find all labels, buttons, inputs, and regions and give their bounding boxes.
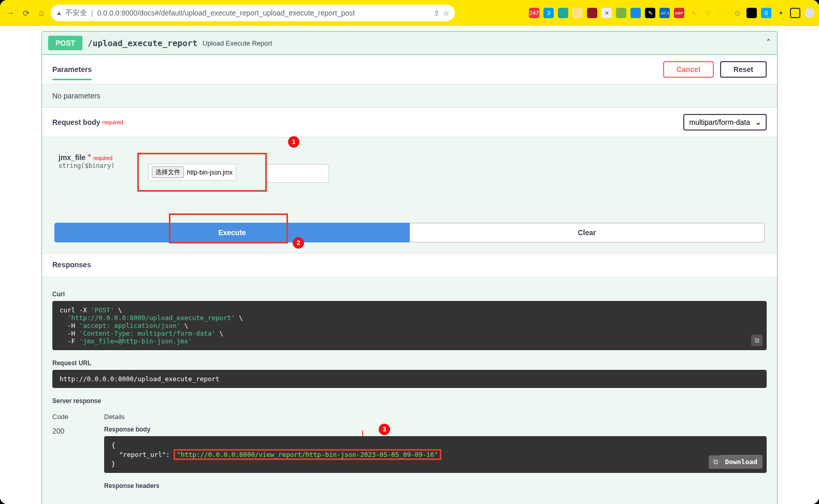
ext-icon[interactable]: 0 bbox=[761, 8, 771, 18]
callout-1: 1 bbox=[288, 136, 299, 148]
browser-toolbar: → ⟳ ⌂ ▲ 不安全 | 0.0.0.0:8000/docs#/default… bbox=[0, 0, 819, 26]
ext-icon[interactable]: V bbox=[717, 8, 728, 18]
ext-icon[interactable]: 3 bbox=[543, 8, 554, 18]
insecure-icon: ▲ bbox=[56, 9, 62, 17]
response-columns: Code Details bbox=[52, 413, 767, 421]
extension-icons: 247 3 ✕ ✎ -37.1 ABP ∿ ⬡ V ⏻ 0 ✦ bbox=[529, 8, 815, 18]
panel-icon[interactable] bbox=[790, 8, 800, 18]
parameters-bar: Parameters Cancel Reset bbox=[42, 55, 777, 84]
server-response-label: Server response bbox=[52, 397, 767, 405]
ext-icon[interactable] bbox=[587, 8, 597, 18]
extensions-icon[interactable]: ✦ bbox=[775, 8, 786, 18]
callout-3: 3 bbox=[379, 424, 390, 435]
method-badge: POST bbox=[48, 36, 82, 50]
ext-icon[interactable] bbox=[558, 8, 568, 18]
insecure-label: 不安全 bbox=[65, 8, 87, 18]
details-col-header: Details bbox=[104, 413, 125, 421]
no-parameters-label: No parameters bbox=[42, 84, 777, 107]
response-row: 200 Response body 3 { "report_url": "htt… bbox=[52, 426, 767, 493]
profile-avatar[interactable] bbox=[804, 8, 815, 18]
ext-icon[interactable]: ABP bbox=[674, 8, 684, 18]
ext-icon[interactable]: ✎ bbox=[645, 8, 655, 18]
responses-header: Responses bbox=[42, 253, 777, 276]
ext-icon[interactable]: 247 bbox=[529, 8, 539, 18]
operation-header[interactable]: POST /upload_execute_report Upload Execu… bbox=[42, 32, 777, 55]
ext-icon[interactable] bbox=[572, 8, 583, 18]
ext-icon[interactable]: ⏻ bbox=[732, 8, 742, 18]
curl-block[interactable]: curl -X 'POST' \ 'http://0.0.0.0:8000/up… bbox=[52, 301, 767, 350]
report-url-value: "http://0.0.0.0:8000/view_report/http-bi… bbox=[177, 451, 438, 458]
address-bar[interactable]: ▲ 不安全 | 0.0.0.0:8000/docs#/default/uploa… bbox=[51, 5, 455, 21]
param-name-col: jmx_file * required string($binary) bbox=[54, 153, 127, 169]
tab-parameters[interactable]: Parameters bbox=[52, 65, 92, 80]
response-body-label: Response body bbox=[104, 426, 767, 433]
download-button[interactable]: Download bbox=[720, 455, 763, 469]
param-required: required bbox=[93, 155, 112, 161]
response-code: 200 bbox=[52, 426, 83, 493]
clear-button[interactable]: Clear bbox=[410, 223, 765, 242]
bookmark-icon[interactable]: ☆ bbox=[443, 9, 450, 17]
request-body-area: 1 jmx_file * required string($binary) bbox=[42, 137, 777, 197]
execute-button[interactable]: Execute bbox=[54, 223, 410, 242]
operation-path: /upload_execute_report bbox=[88, 38, 197, 48]
file-input-tail bbox=[267, 164, 329, 183]
param-name: jmx_file bbox=[59, 153, 85, 162]
file-input-highlight: 选择文件 http-bin-json.jmx bbox=[137, 153, 267, 192]
ext-icon[interactable]: ⬡ bbox=[703, 8, 713, 18]
request-url-block[interactable]: http://0.0.0.0:8000/upload_execute_repor… bbox=[52, 370, 767, 388]
code-col-header: Code bbox=[52, 413, 83, 421]
choose-file-button[interactable]: 选择文件 bbox=[152, 166, 184, 178]
report-url-highlight: "http://0.0.0.0:8000/view_report/http-bi… bbox=[174, 449, 441, 460]
curl-label: Curl bbox=[52, 291, 767, 298]
responses-area: Curl curl -X 'POST' \ 'http://0.0.0.0:80… bbox=[42, 276, 777, 504]
ext-icon[interactable] bbox=[746, 8, 757, 18]
content-type-select[interactable]: multipart/form-data bbox=[683, 114, 767, 131]
ext-icon[interactable]: -37.1 bbox=[659, 8, 670, 18]
request-url-label: Request URL bbox=[52, 359, 767, 367]
url-text: 0.0.0.0:8000/docs#/default/upload_execut… bbox=[97, 9, 355, 17]
operation-summary: Upload Execute Report bbox=[203, 39, 272, 47]
file-input[interactable]: 选择文件 http-bin-json.jmx bbox=[148, 164, 236, 181]
forward-icon[interactable]: → bbox=[4, 7, 17, 19]
param-type: string($binary) bbox=[59, 162, 127, 169]
cancel-button[interactable]: Cancel bbox=[663, 61, 714, 78]
request-body-label: Request body bbox=[52, 118, 100, 126]
page-content: POST /upload_execute_report Upload Execu… bbox=[0, 26, 819, 504]
selected-filename: http-bin-json.jmx bbox=[187, 169, 233, 176]
home-icon[interactable]: ⌂ bbox=[35, 7, 48, 19]
chevron-up-icon[interactable]: ˄ bbox=[766, 37, 771, 49]
response-details: Response body 3 { "report_url": "http://… bbox=[104, 426, 767, 493]
reset-button[interactable]: Reset bbox=[720, 61, 767, 78]
required-label: required bbox=[103, 119, 123, 125]
ext-icon[interactable]: ✕ bbox=[601, 8, 612, 18]
request-body-bar: Request body required multipart/form-dat… bbox=[42, 107, 777, 137]
share-icon[interactable]: ⇧ bbox=[434, 9, 440, 17]
callout-2: 2 bbox=[293, 237, 304, 249]
operation-block: POST /upload_execute_report Upload Execu… bbox=[41, 31, 778, 504]
execute-row: 2 Execute Clear bbox=[42, 197, 777, 253]
copy-icon[interactable]: ⧉ bbox=[751, 335, 763, 346]
response-headers-label: Response headers bbox=[104, 482, 767, 489]
reload-icon[interactable]: ⟳ bbox=[20, 7, 32, 19]
ext-icon[interactable]: ∿ bbox=[688, 8, 699, 18]
ext-icon[interactable] bbox=[630, 8, 641, 18]
ext-icon[interactable] bbox=[616, 8, 626, 18]
response-body-block[interactable]: { "report_url": "http://0.0.0.0:8000/vie… bbox=[104, 436, 767, 473]
param-row: jmx_file * required string($binary) 选择文件… bbox=[54, 153, 765, 192]
